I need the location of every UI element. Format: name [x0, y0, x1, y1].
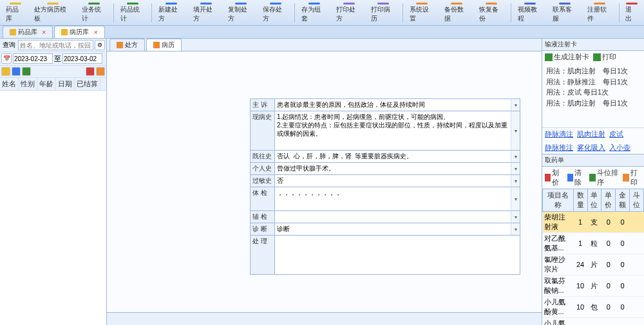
med-header-单价: 单价: [601, 189, 616, 212]
med-row[interactable]: 柴胡注射液1支00: [543, 212, 644, 233]
toolbar-填开处方[interactable]: 填开处方: [189, 1, 223, 25]
med-header-单位: 单位: [587, 189, 601, 212]
dropdown-icon[interactable]: ▾: [511, 223, 520, 235]
search-settings-icon[interactable]: ⚙: [95, 40, 105, 50]
search-input[interactable]: [18, 40, 93, 50]
toolbar-退出[interactable]: 退出: [621, 1, 642, 25]
center-footer: [107, 312, 542, 325]
toolbar-视频教程[interactable]: 视频教程: [513, 1, 547, 25]
med-row[interactable]: 氯唑沙宗片24片00: [543, 254, 644, 275]
mini-btn-print[interactable]: [96, 67, 105, 76]
toolbar-打印病历[interactable]: 打印病历: [366, 1, 401, 25]
form-input-体  检[interactable]: [275, 187, 511, 210]
form-input-个人史[interactable]: [275, 163, 511, 174]
patient-list-header: 姓名性别年龄日期已结算: [0, 78, 106, 91]
nav-静脉推注[interactable]: 静脉推注: [545, 143, 573, 153]
med-header-项目名称: 项目名称: [543, 189, 574, 212]
dropdown-icon[interactable]: ▾: [511, 151, 520, 162]
toolbar-药品库[interactable]: 药品库: [1, 1, 29, 25]
dropdown-icon[interactable]: ▾: [511, 99, 520, 111]
right-panel: 输液注射卡 生成注射卡打印 用法：肌肉注射 每日1次用法：静脉推注 每日1次用法…: [542, 39, 644, 325]
close-icon[interactable]: ×: [42, 28, 46, 36]
center-tabs: 处方病历: [107, 39, 542, 51]
header-性别: 性别: [19, 78, 37, 90]
form-input-辅  检[interactable]: [275, 211, 511, 223]
header-年龄: 年龄: [37, 78, 56, 90]
nav-静脉滴注[interactable]: 静脉滴注: [545, 129, 573, 139]
medtool-斗位排序[interactable]: 斗位排序: [589, 168, 619, 187]
form-input-既往史[interactable]: [275, 151, 511, 162]
med-header-数量: 数量: [573, 189, 587, 212]
date-from-input[interactable]: [13, 53, 53, 64]
toolbar-备份数据[interactable]: 备份数据: [440, 1, 474, 25]
center-panel: 处方病历 主 诉▾现病史▾既往史▾个人史▾过敏史▾体 检▾辅 检▾诊 断▾处 理: [107, 39, 542, 325]
close-icon[interactable]: ×: [93, 28, 97, 36]
main-tabs: 药品库×病历库×: [0, 26, 644, 39]
toolbar-药品统计[interactable]: 药品统计: [116, 1, 150, 25]
dropdown-icon[interactable]: ▾: [511, 187, 520, 210]
med-row[interactable]: 对乙酰氨基...1粒00: [543, 233, 644, 254]
med-row[interactable]: 双氯芬酸钠...10片00: [543, 275, 644, 297]
mini-btn-2[interactable]: [12, 67, 21, 76]
medical-record-form: 主 诉▾现病史▾既往史▾个人史▾过敏史▾体 检▾辅 检▾诊 断▾处 理: [107, 51, 542, 312]
center-tab-病历[interactable]: 病历: [146, 39, 182, 51]
form-label: 个人史: [251, 163, 275, 174]
dropdown-icon[interactable]: ▾: [511, 211, 520, 223]
injection-card-tools: 生成注射卡打印: [542, 51, 644, 63]
tab-药品库[interactable]: 药品库×: [3, 26, 53, 38]
tool-生成注射卡[interactable]: 生成注射卡: [545, 52, 589, 62]
mini-btn-del[interactable]: [86, 67, 95, 76]
form-row-处  理: 处 理: [250, 235, 520, 275]
calendar-icon[interactable]: 📅: [1, 53, 12, 64]
header-已结算: 已结算: [75, 78, 100, 90]
form-input-主  诉[interactable]: [275, 99, 511, 111]
med-row[interactable]: 小儿氨酚黄...10包00: [543, 297, 644, 318]
form-input-诊  断[interactable]: [275, 223, 511, 235]
dropdown-icon[interactable]: ▾: [511, 163, 520, 174]
form-row-既往史: 既往史▾: [250, 150, 520, 163]
nav-皮试[interactable]: 皮试: [609, 129, 623, 139]
toolbar-复制处方[interactable]: 复制处方: [223, 1, 258, 25]
mini-btn-1[interactable]: [1, 67, 10, 76]
toolbar-处方病历模板[interactable]: 处方病历模板: [30, 1, 76, 25]
left-panel: 查询 ⚙ 📅 至 姓名性别年龄日期已结算: [0, 39, 107, 325]
medtool-清除[interactable]: 清除: [567, 168, 586, 187]
injection-card-title: 输液注射卡: [542, 39, 644, 51]
search-label: 查询: [1, 41, 17, 50]
form-input-处  理[interactable]: [275, 236, 520, 274]
medtool-打印[interactable]: 打印: [623, 168, 641, 187]
form-label: 诊 断: [251, 223, 275, 235]
toolbar-联系客服[interactable]: 联系客服: [548, 1, 582, 25]
nav-肌肉注射[interactable]: 肌肉注射: [577, 129, 605, 139]
toolbar-业务统计[interactable]: 业务统计: [77, 1, 111, 25]
nav-雾化吸入[interactable]: 雾化吸入: [577, 143, 605, 153]
tool-打印[interactable]: 打印: [593, 52, 616, 62]
form-row-体  检: 体 检▾: [250, 187, 520, 211]
center-tab-处方[interactable]: 处方: [109, 39, 145, 51]
toolbar-恢复备份[interactable]: 恢复备份: [475, 1, 509, 25]
toolbar-系统设置[interactable]: 系统设置: [405, 1, 439, 25]
nav-入小壶[interactable]: 入小壶: [609, 143, 630, 153]
form-input-现病史[interactable]: [275, 111, 511, 150]
form-input-过敏史[interactable]: [275, 175, 511, 187]
form-label: 体 检: [251, 187, 275, 210]
dropdown-icon[interactable]: ▾: [511, 175, 520, 187]
medtool-划价[interactable]: 划价: [545, 168, 564, 187]
date-row: 📅 至: [0, 52, 106, 66]
med-header-金额: 金额: [616, 189, 630, 212]
date-to-input[interactable]: [62, 53, 102, 64]
toolbar-新建处方[interactable]: 新建处方: [154, 1, 188, 25]
mini-btn-3[interactable]: [22, 67, 31, 76]
dropdown-icon[interactable]: ▾: [511, 111, 520, 150]
form-row-诊  断: 诊 断▾: [250, 223, 520, 236]
toolbar-打印处方[interactable]: 打印处方: [332, 1, 366, 25]
tab-病历库[interactable]: 病历库×: [54, 26, 104, 38]
toolbar-存为组套[interactable]: 存为组套: [297, 1, 331, 25]
toolbar-注册软件[interactable]: 注册软件: [583, 1, 617, 25]
med-row[interactable]: 小儿氨酚黄...40片00: [543, 318, 644, 326]
medication-tools: 划价清除斗位排序打印: [542, 167, 644, 189]
medication-table: 项目名称数量单位单价金额斗位 柴胡注射液1支00对乙酰氨基...1粒00氯唑沙宗…: [542, 189, 644, 325]
toolbar-保存处方[interactable]: 保存处方: [258, 1, 292, 25]
form-label: 主 诉: [251, 99, 275, 111]
date-to-label: 至: [54, 54, 61, 64]
